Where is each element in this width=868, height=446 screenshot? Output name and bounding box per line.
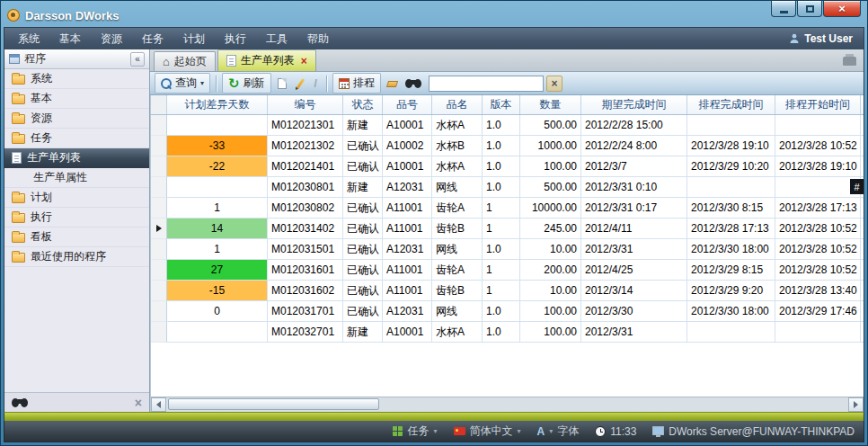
cell[interactable]: 27 bbox=[167, 260, 268, 281]
table-row[interactable]: -22M012021401已确认A10001水杯A1.0100.002012/3… bbox=[151, 156, 864, 177]
cell[interactable] bbox=[861, 322, 864, 343]
tab-production-order-list[interactable]: 生产单列表 × bbox=[217, 49, 316, 71]
status-font[interactable]: A ▾ 字体 bbox=[537, 424, 580, 439]
cell[interactable]: 2012/3/28 17:13 bbox=[775, 198, 861, 219]
new-record-button[interactable] bbox=[274, 76, 290, 92]
row-selector[interactable] bbox=[151, 156, 167, 177]
cell[interactable]: 500.00 bbox=[520, 177, 581, 198]
cell[interactable]: M012031601 bbox=[268, 260, 343, 281]
sidebar-item[interactable]: 看板 bbox=[4, 227, 149, 247]
menu-item[interactable]: 系统 bbox=[8, 29, 49, 49]
cell[interactable]: 2012/3/30 18:00 bbox=[687, 301, 775, 322]
cell[interactable]: M012021301 bbox=[268, 115, 343, 136]
cell[interactable]: M012021302 bbox=[268, 136, 343, 156]
cell[interactable] bbox=[861, 239, 864, 260]
table-row[interactable]: -15M012031602已确认A11001齿轮B110.002012/3/14… bbox=[151, 281, 864, 301]
table-row[interactable]: 1M012031501已确认A12031网线1.010.002012/3/312… bbox=[151, 239, 864, 260]
table-row[interactable]: 27M012031601已确认A11001齿轮A1200.002012/4/25… bbox=[151, 260, 864, 281]
cell[interactable]: 2012/3/29 17:46 bbox=[775, 301, 861, 322]
column-header[interactable]: 排程开始时间 bbox=[775, 95, 861, 114]
sidebar-item[interactable]: 生产单列表 bbox=[4, 148, 149, 168]
row-selector[interactable] bbox=[151, 177, 167, 198]
cell[interactable]: 已确认 bbox=[343, 156, 383, 177]
cell[interactable] bbox=[775, 322, 861, 343]
collapse-sidebar-button[interactable]: « bbox=[130, 52, 145, 67]
cell[interactable]: 已确认 bbox=[343, 301, 383, 322]
cell[interactable] bbox=[167, 115, 268, 136]
edit-record-button[interactable] bbox=[293, 76, 308, 92]
cell[interactable]: 齿轮B bbox=[432, 281, 483, 301]
cell[interactable] bbox=[861, 219, 864, 239]
close-tab-icon[interactable]: × bbox=[301, 55, 307, 67]
cell[interactable]: M012021401 bbox=[268, 156, 343, 177]
cell[interactable]: 齿轮A bbox=[432, 198, 483, 219]
cell[interactable] bbox=[167, 177, 268, 198]
cell[interactable]: A11001 bbox=[383, 219, 432, 239]
menu-item[interactable]: 执行 bbox=[215, 29, 256, 49]
cell[interactable]: 100.00 bbox=[520, 322, 581, 343]
cell[interactable]: 2012/3/28 19:10 bbox=[687, 136, 775, 156]
cell[interactable]: -22 bbox=[167, 156, 268, 177]
table-row[interactable]: M012021301新建A10001水杯A1.0500.002012/2/28 … bbox=[151, 115, 864, 136]
table-row[interactable]: -33M012021302已确认A10002水杯B1.01000.002012/… bbox=[151, 136, 864, 156]
cell[interactable]: 已确认 bbox=[343, 281, 383, 301]
cell[interactable]: 水杯A bbox=[432, 156, 483, 177]
cell[interactable]: 2012/4/11 bbox=[581, 219, 687, 239]
cell[interactable]: 2012/3/29 10:20 bbox=[687, 156, 775, 177]
cell[interactable]: 新建 bbox=[343, 115, 383, 136]
cell[interactable]: 2012/3/28 10:52 bbox=[775, 260, 861, 281]
menu-item[interactable]: 基本 bbox=[49, 29, 91, 49]
cell[interactable] bbox=[775, 177, 861, 198]
cell[interactable]: A10001 bbox=[383, 322, 432, 343]
cell[interactable]: A12031 bbox=[383, 239, 432, 260]
cell[interactable]: A10002 bbox=[383, 136, 432, 156]
cell[interactable]: M012032701 bbox=[268, 322, 343, 343]
scroll-left-button[interactable] bbox=[151, 397, 166, 412]
maximize-button[interactable] bbox=[797, 1, 822, 17]
menu-item[interactable]: 帮助 bbox=[297, 29, 339, 49]
cell[interactable]: 245.00 bbox=[520, 219, 581, 239]
column-header[interactable]: 计划差异天数 bbox=[167, 95, 268, 114]
delete-record-button[interactable]: / bbox=[311, 75, 321, 93]
cell[interactable]: 500.00 bbox=[520, 115, 581, 136]
cell[interactable]: 2012/3/28 10:52 bbox=[775, 239, 861, 260]
table-row[interactable]: M012032701新建A10001水杯A1.0100.002012/3/31 bbox=[151, 322, 864, 343]
table-row[interactable]: 1M012030802已确认A11001齿轮A110000.002012/3/3… bbox=[151, 198, 864, 219]
menu-item[interactable]: 计划 bbox=[173, 29, 215, 49]
column-header[interactable]: 排程完成时间 bbox=[687, 95, 775, 114]
cell[interactable]: M012031402 bbox=[268, 219, 343, 239]
column-header[interactable]: 品号 bbox=[383, 95, 432, 114]
sidebar-item[interactable]: 系统 bbox=[4, 69, 149, 89]
cell[interactable]: 1 bbox=[483, 198, 520, 219]
cell[interactable]: 网线 bbox=[432, 177, 483, 198]
cell[interactable]: 新建 bbox=[343, 177, 383, 198]
cell[interactable]: 水杯B bbox=[432, 136, 483, 156]
row-selector[interactable] bbox=[151, 322, 167, 343]
row-selector[interactable] bbox=[151, 281, 167, 301]
cell[interactable]: 1 bbox=[483, 219, 520, 239]
cell[interactable]: 已确认 bbox=[343, 198, 383, 219]
table-row[interactable]: 14M012031402已确认A11001齿轮B1245.002012/4/11… bbox=[151, 219, 864, 239]
refresh-button[interactable]: ↻ 刷新 bbox=[222, 73, 271, 94]
cell[interactable]: M012031602 bbox=[268, 281, 343, 301]
cell[interactable]: 1.0 bbox=[483, 177, 520, 198]
cell[interactable]: A11001 bbox=[383, 281, 432, 301]
cell[interactable] bbox=[775, 115, 861, 136]
column-header[interactable]: 期望完成时间 bbox=[581, 95, 687, 114]
cell[interactable] bbox=[861, 156, 864, 177]
cell[interactable]: 2012/3/28 10:52 bbox=[775, 219, 861, 239]
printer-icon[interactable] bbox=[843, 57, 856, 66]
cell[interactable]: 已确认 bbox=[343, 239, 383, 260]
cell[interactable]: 网线 bbox=[432, 301, 483, 322]
cell[interactable]: M012030802 bbox=[268, 198, 343, 219]
menu-item[interactable]: 工具 bbox=[256, 29, 297, 49]
cell[interactable]: 1.0 bbox=[483, 322, 520, 343]
status-task[interactable]: 任务 ▾ bbox=[393, 424, 437, 439]
cell[interactable]: 2012/3/29 9:20 bbox=[687, 281, 775, 301]
cell[interactable]: 100.00 bbox=[520, 156, 581, 177]
cell[interactable]: 网线 bbox=[432, 239, 483, 260]
cell[interactable]: 已确认 bbox=[343, 136, 383, 156]
cell[interactable]: 2012/3/31 0:17 bbox=[581, 198, 687, 219]
minimize-button[interactable] bbox=[771, 1, 796, 17]
cell[interactable]: 2012/3/28 17:13 bbox=[687, 219, 775, 239]
